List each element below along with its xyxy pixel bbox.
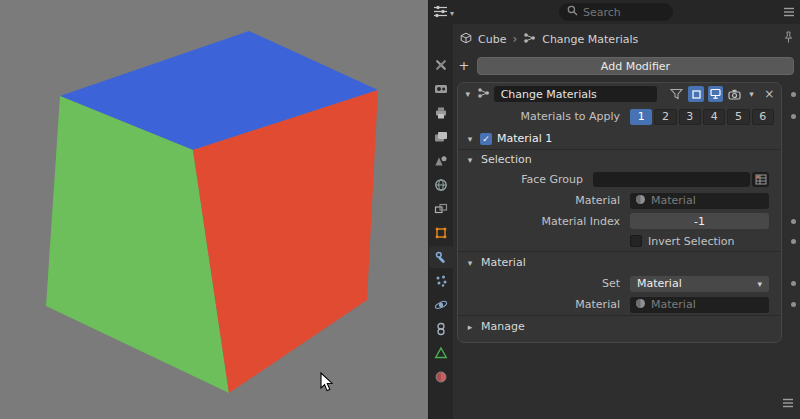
material-option-6[interactable]: 6 — [752, 109, 774, 125]
tab-object[interactable] — [429, 222, 453, 244]
plus-icon[interactable]: + — [457, 59, 471, 73]
material-option-5[interactable]: 5 — [727, 109, 749, 125]
geometry-nodes-icon — [523, 32, 536, 47]
tab-render[interactable] — [429, 78, 453, 100]
tab-modifiers[interactable] — [429, 246, 453, 268]
selection-section-header[interactable]: ▾ Selection — [458, 149, 781, 169]
tab-scene[interactable] — [429, 150, 453, 172]
input-attribute-toggle[interactable] — [752, 172, 769, 187]
decorator-dot[interactable] — [791, 219, 796, 224]
tab-object-data[interactable] — [429, 342, 453, 364]
pin-icon[interactable] — [783, 31, 794, 47]
properties-header: ▾ — [429, 0, 800, 24]
breadcrumb-object-label[interactable]: Cube — [478, 33, 506, 46]
set-dropdown[interactable]: Material ▾ — [630, 276, 769, 292]
material-sphere-icon — [635, 298, 646, 312]
material-set-field[interactable]: Material — [630, 297, 769, 313]
collapsed-menu-top-icon[interactable] — [783, 7, 795, 17]
breadcrumb-separator: › — [512, 32, 517, 46]
material-set-row: Material Material — [458, 294, 781, 315]
material-option-2[interactable]: 2 — [654, 109, 676, 125]
manage-section-title: Manage — [481, 320, 525, 333]
modifier-name-text: Change Materials — [501, 88, 597, 101]
mouse-cursor-icon — [320, 372, 334, 393]
editor-type-dropdown[interactable]: ▾ — [433, 5, 454, 21]
tab-constraints[interactable] — [429, 318, 453, 340]
collapsed-menu-bottom-icon[interactable] — [782, 398, 794, 408]
invert-selection-row: Invert Selection — [458, 231, 781, 251]
selection-section-title: Selection — [481, 153, 532, 166]
properties-editor-icon — [433, 5, 448, 21]
set-label: Set — [458, 277, 630, 290]
search-box[interactable] — [559, 3, 673, 21]
breadcrumb-modifier-label[interactable]: Change Materials — [542, 33, 638, 46]
modifier-panel-header[interactable]: ▾ Change Materials — [458, 83, 781, 105]
decorator-dot[interactable] — [791, 281, 796, 286]
material-1-checkbox[interactable]: ✓ — [480, 133, 492, 145]
material-index-field[interactable]: -1 — [630, 213, 769, 229]
modifier-extras-dropdown-icon[interactable]: ▾ — [747, 89, 757, 99]
tab-output[interactable] — [429, 102, 453, 124]
chevron-down-icon: ▾ — [465, 155, 475, 165]
tab-world[interactable] — [429, 174, 453, 196]
tab-tool[interactable] — [429, 54, 453, 76]
expand-chevron-icon[interactable]: ▾ — [463, 89, 473, 99]
face-group-label: Face Group — [458, 173, 593, 186]
add-modifier-row: + Add Modifier — [457, 57, 794, 75]
tab-material[interactable] — [429, 366, 453, 388]
decorator-dot[interactable] — [791, 239, 796, 244]
realtime-display-toggle[interactable] — [708, 86, 723, 102]
tab-physics[interactable] — [429, 294, 453, 316]
manage-section-header[interactable]: ▸ Manage — [458, 315, 781, 337]
add-modifier-label: Add Modifier — [601, 60, 670, 73]
material-option-3[interactable]: 3 — [679, 109, 701, 125]
set-row: Set Material ▾ — [458, 273, 781, 294]
add-modifier-button[interactable]: Add Modifier — [477, 57, 794, 75]
modifier-panel: ▾ Change Materials — [457, 82, 782, 343]
material-set-placeholder: Material — [651, 298, 696, 311]
tab-particles[interactable] — [429, 270, 453, 292]
properties-editor: ▾ — [428, 0, 800, 419]
selection-material-field[interactable]: Material — [630, 193, 769, 209]
render-display-toggle[interactable] — [727, 86, 742, 102]
material-section-header[interactable]: ▾ Material — [458, 251, 781, 273]
breadcrumb: Cube › Change Materials — [460, 31, 795, 47]
chevron-down-icon[interactable]: ▾ — [465, 134, 475, 144]
filter-toggle[interactable] — [669, 86, 684, 102]
material-sphere-icon — [635, 194, 646, 208]
object-cube-icon — [460, 32, 472, 47]
material-option-4[interactable]: 4 — [703, 109, 725, 125]
edit-mode-toggle[interactable] — [688, 86, 703, 102]
search-input[interactable] — [583, 6, 661, 19]
selection-material-label: Material — [458, 194, 630, 207]
set-value: Material — [637, 277, 682, 290]
modifier-name-input[interactable]: Change Materials — [494, 86, 657, 102]
cube-mesh[interactable] — [0, 0, 428, 419]
invert-selection-label: Invert Selection — [648, 235, 735, 248]
materials-to-apply-segmented: 1 2 3 4 5 6 — [630, 109, 774, 125]
chevron-right-icon: ▸ — [465, 322, 475, 332]
material-index-label: Material Index — [458, 215, 630, 228]
decorator-dot[interactable] — [791, 302, 796, 307]
chevron-down-icon: ▾ — [465, 258, 475, 268]
chevron-down-icon: ▾ — [450, 9, 454, 18]
material-1-label: Material 1 — [497, 132, 552, 145]
close-icon[interactable]: × — [762, 87, 776, 101]
invert-selection-checkbox[interactable] — [630, 235, 642, 247]
check-icon: ✓ — [482, 134, 490, 144]
tab-collection[interactable] — [429, 198, 453, 220]
selection-material-placeholder: Material — [651, 194, 696, 207]
decorator-dot[interactable] — [791, 114, 796, 119]
decorator-dot[interactable] — [791, 92, 796, 97]
material-index-value: -1 — [694, 215, 705, 228]
blender-window: ▾ — [0, 0, 800, 419]
viewport-3d[interactable] — [0, 0, 428, 419]
face-group-input[interactable] — [593, 172, 750, 187]
tab-view-layer[interactable] — [429, 126, 453, 148]
selection-material-row: Material Material — [458, 190, 781, 211]
properties-main: Cube › Change Materials + Add Modifier — [453, 24, 800, 419]
material-index-row: Material Index -1 — [458, 211, 781, 231]
materials-to-apply-row: Materials to Apply 1 2 3 4 5 6 — [458, 105, 781, 128]
material-option-1[interactable]: 1 — [630, 109, 652, 125]
material-section-title: Material — [481, 256, 526, 269]
